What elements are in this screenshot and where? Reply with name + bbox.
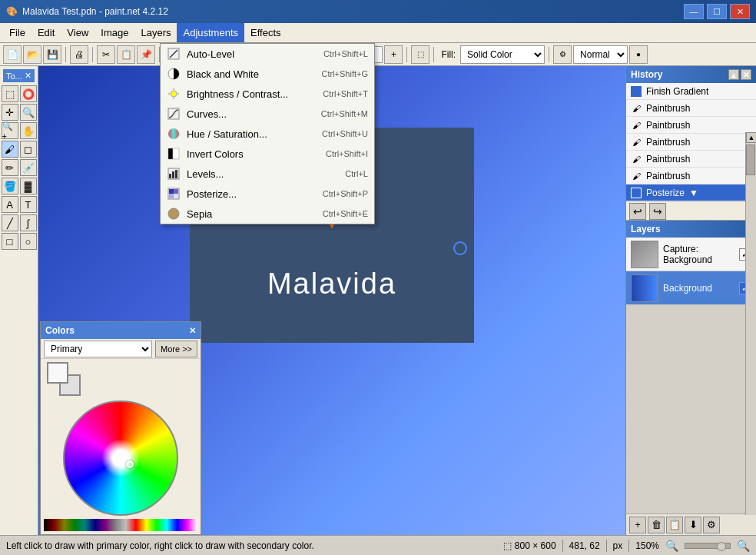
rectangle-select-tool[interactable]: ⬚ [2, 85, 18, 102]
opacity-button[interactable]: ● [629, 45, 648, 64]
history-item-finish-gradient[interactable]: Finish Gradient [626, 83, 756, 100]
menu-effects[interactable]: Effects [244, 23, 287, 42]
shapes-tool[interactable]: T [20, 196, 37, 213]
scroll-up-button[interactable]: ▲ [746, 132, 756, 143]
history-gradient-icon [631, 86, 642, 97]
paste-button[interactable]: 📌 [137, 45, 155, 64]
menu-image[interactable]: Image [94, 23, 134, 42]
color-picker-tool[interactable]: 💉 [20, 159, 37, 176]
colors-header: Colors ✕ [41, 322, 201, 339]
history-item-paintbrush-4[interactable]: 🖌 Paintbrush [626, 151, 756, 168]
colors-toolbar: Primary Secondary More >> [41, 339, 201, 359]
adj-invert[interactable]: Invert Colors Ctrl+Shift+I [161, 144, 374, 164]
pencil-tool[interactable]: ✏ [2, 159, 18, 176]
color-wheel-container[interactable] [63, 400, 178, 516]
minimize-button[interactable]: — [684, 4, 704, 19]
adj-auto-level[interactable]: Auto-Level Ctrl+Shift+L [161, 44, 374, 64]
cut-button[interactable]: ✂ [97, 45, 115, 64]
blend-mode-dropdown[interactable]: Normal Multiply Screen [573, 45, 628, 64]
tools-label: To... [6, 71, 22, 81]
history-undo-button[interactable]: ↩ [629, 203, 646, 220]
tools-close[interactable]: ✕ [25, 71, 32, 81]
history-panel: History ▲ ✕ Finish Gradient 🖌 Paintbrush… [626, 66, 756, 221]
history-item-paintbrush-2[interactable]: 🖌 Paintbrush [626, 117, 756, 134]
move-tool[interactable]: ✛ [2, 104, 18, 121]
select-all-button[interactable]: ⬚ [411, 45, 429, 64]
copy-button[interactable]: 📋 [117, 45, 135, 64]
menu-bar: File Edit View Image Layers Adjustments … [0, 23, 756, 43]
menu-edit[interactable]: Edit [32, 23, 61, 42]
primary-color-swatch[interactable] [47, 362, 68, 384]
history-paintbrush-5-label: Paintbrush [646, 171, 690, 181]
separator-1 [65, 47, 66, 62]
separator-2 [92, 47, 93, 62]
more-colors-button[interactable]: More >> [155, 341, 197, 357]
zoom-out-button[interactable]: 🔍 [665, 540, 678, 552]
eraser-tool[interactable]: ◻ [20, 141, 37, 158]
history-scroll-up[interactable]: ▲ [728, 69, 739, 80]
main-scrollbar[interactable]: ▲ [745, 132, 756, 515]
title-controls[interactable]: — ☐ ✕ [684, 4, 750, 19]
ellipse-tool[interactable]: ○ [20, 233, 37, 250]
hand-tool[interactable]: ✋ [20, 122, 37, 139]
layer-item-capture-bg[interactable]: Capture: Background ✓ [626, 238, 756, 271]
adj-brightness[interactable]: Brightness / Contrast... Ctrl+Shift+T [161, 84, 374, 104]
layer-delete-button[interactable]: 🗑 [648, 517, 665, 533]
layer-add-button[interactable]: + [629, 517, 646, 533]
adj-levels[interactable]: Levels... Ctrl+L [161, 164, 374, 184]
paintbrush-tool[interactable]: 🖌 [2, 141, 18, 158]
fill-tool[interactable]: 🪣 [2, 178, 18, 194]
brush-width-increase[interactable]: + [384, 45, 403, 64]
layer-settings-button[interactable]: ⚙ [703, 517, 720, 533]
status-zoom: 150% [635, 540, 659, 551]
fill-dropdown[interactable]: Solid Color Gradient Transparent [460, 45, 545, 64]
new-button[interactable]: 📄 [3, 45, 22, 64]
status-help-text: Left click to draw with primary color, r… [6, 540, 314, 551]
print-button[interactable]: 🖨 [70, 45, 88, 64]
toolbar: 📄 📂 💾 🖨 ✂ 📋 📌 ↩ ↪ Tool: 🖌▼ Brush width: … [0, 43, 756, 66]
rectangle-tool[interactable]: □ [2, 233, 18, 250]
history-item-posterize[interactable]: Posterize ▼ [626, 184, 756, 201]
menu-file[interactable]: File [3, 23, 32, 42]
zoom-slider[interactable] [685, 543, 731, 549]
menu-adjustments[interactable]: Adjustments [177, 23, 244, 42]
close-button[interactable]: ✕ [730, 4, 750, 19]
zoom-in-tool[interactable]: 🔍+ [2, 122, 18, 139]
history-item-paintbrush-5[interactable]: 🖌 Paintbrush [626, 168, 756, 184]
menu-view[interactable]: View [61, 23, 94, 42]
line-tool[interactable]: ╱ [2, 214, 18, 231]
layer-duplicate-button[interactable]: 📋 [666, 517, 683, 533]
zoom-tool[interactable]: 🔍 [20, 104, 37, 121]
layer-item-background[interactable]: Background ✓ [626, 271, 756, 305]
scrollbar-thumb[interactable] [746, 145, 755, 175]
color-mode-dropdown[interactable]: Primary Secondary [44, 341, 152, 357]
adj-curves[interactable]: Curves... Ctrl+Shift+M [161, 104, 374, 124]
menu-layers[interactable]: Layers [134, 23, 177, 42]
circle-selection [453, 241, 467, 255]
app-icon: 🎨 [6, 6, 18, 17]
history-close[interactable]: ✕ [741, 69, 751, 80]
history-redo-button[interactable]: ↪ [649, 203, 666, 220]
title-left: 🎨 Malavida Test.pdn - paint.net 4.2.12 [6, 6, 168, 17]
save-button[interactable]: 💾 [43, 45, 61, 64]
zoom-in-button[interactable]: 🔍 [737, 540, 750, 552]
adj-posterize-label: Posterize... [187, 188, 317, 200]
layer-merge-button[interactable]: ⬇ [685, 517, 701, 533]
more-options-button[interactable]: ⚙ [553, 45, 572, 64]
adj-posterize[interactable]: Posterize... Ctrl+Shift+P [161, 184, 374, 204]
history-item-paintbrush-3[interactable]: 🖌 Paintbrush [626, 134, 756, 151]
history-item-paintbrush-1[interactable]: 🖌 Paintbrush [626, 100, 756, 117]
adj-hue-sat[interactable]: Hue / Saturation... Ctrl+Shift+U [161, 124, 374, 144]
colors-close-button[interactable]: ✕ [189, 326, 196, 336]
gradient-tool[interactable]: ▓ [20, 178, 37, 194]
open-button[interactable]: 📂 [23, 45, 41, 64]
adj-black-white[interactable]: Black and White Ctrl+Shift+G [161, 64, 374, 84]
adj-sepia[interactable]: Sepia Ctrl+Shift+E [161, 204, 374, 224]
lasso-select-tool[interactable]: ⭕ [20, 85, 37, 102]
curve-tool[interactable]: ∫ [20, 214, 37, 231]
zoom-slider-thumb[interactable] [717, 542, 726, 551]
canvas-dimensions: 800 × 600 [515, 540, 556, 551]
color-palette[interactable] [44, 519, 197, 531]
text-tool[interactable]: A [2, 196, 18, 213]
maximize-button[interactable]: ☐ [707, 4, 727, 19]
